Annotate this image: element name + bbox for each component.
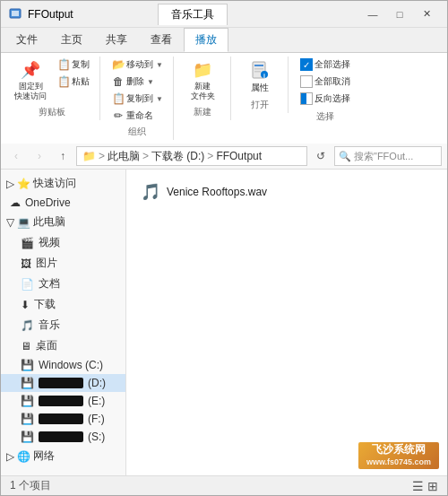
sidebar-item-drive-c[interactable]: 💾 Windows (C:)	[1, 356, 125, 374]
tab-home[interactable]: 主页	[49, 28, 94, 52]
network-icon: 🌐	[17, 450, 30, 463]
path-folder: FFOutput	[216, 150, 262, 162]
rename-label: 重命名	[126, 109, 153, 122]
rename-button[interactable]: ✏ 重命名	[108, 108, 168, 124]
properties-button[interactable]: i 属性	[244, 57, 276, 97]
delete-button[interactable]: 🗑 删除 ▼	[108, 74, 168, 90]
drive-s-label-blacked	[39, 431, 83, 442]
sidebar-item-drive-e[interactable]: 💾 (E:)	[1, 392, 125, 410]
sidebar: ▷ ⭐ 快速访问 ☁ OneDrive ▽ 💻 此电脑 🎬 视频 🖼 图片	[1, 170, 126, 475]
file-item-wav[interactable]: 🎵 Venice Rooftops.wav	[134, 177, 313, 207]
chevron-right-network-icon: ▷	[6, 450, 14, 463]
address-bar: ‹ › ↑ 📁 > 此电脑 > 下载卷 (D:) > FFOutput ↺ 🔍 …	[1, 144, 447, 170]
sidebar-item-network[interactable]: ▷ 🌐 网络	[1, 446, 125, 466]
title-bar: FFOutput 音乐工具 — □ ✕	[1, 1, 447, 28]
onedrive-icon: ☁	[10, 196, 21, 209]
downloads-icon: ⬇	[21, 299, 30, 311]
svg-rect-3	[254, 65, 263, 66]
quick-access-label: 快速访问	[33, 176, 76, 191]
tab-play[interactable]: 播放	[184, 28, 228, 52]
copy-to-label: 复制到	[126, 92, 153, 105]
sidebar-item-onedrive[interactable]: ☁ OneDrive	[1, 194, 125, 212]
drive-e-label-blacked	[39, 396, 83, 406]
window-icon	[8, 7, 22, 22]
sidebar-item-music[interactable]: 🎵 音乐	[1, 315, 125, 335]
new-folder-button[interactable]: 📁 新建文件夹	[186, 57, 220, 104]
tab-file[interactable]: 文件	[4, 28, 49, 52]
drive-e-label-suffix: (E:)	[88, 395, 105, 407]
organize-buttons: 📂 移动到 ▼ 🗑 删除 ▼ 📋 复制到 ▼	[108, 57, 168, 124]
select-all-button[interactable]: ✓ 全部选择	[296, 57, 355, 73]
rename-icon: ✏	[112, 109, 125, 122]
watermark-url: www.fs0745.com	[366, 457, 431, 468]
sidebar-item-drive-d[interactable]: 💾 (D:)	[1, 374, 125, 392]
main-area: ▷ ⭐ 快速访问 ☁ OneDrive ▽ 💻 此电脑 🎬 视频 🖼 图片	[1, 170, 447, 475]
svg-rect-5	[254, 71, 261, 73]
ribbon-group-clipboard: 📌 固定到快速访问 📋 复制 📋 粘贴 剪贴板	[6, 57, 100, 120]
desktop-label: 桌面	[36, 338, 57, 353]
path-computer: 此电脑	[108, 149, 140, 164]
sidebar-item-desktop[interactable]: 🖥 桌面	[1, 335, 125, 356]
ribbon-tabs: 文件 主页 共享 查看 播放	[1, 28, 447, 53]
new-folder-icon: 📁	[192, 59, 213, 81]
sidebar-item-drive-s[interactable]: 💾 (S:)	[1, 428, 125, 446]
move-to-button[interactable]: 📂 移动到 ▼	[108, 57, 168, 73]
sidebar-item-quick-access[interactable]: ▷ ⭐ 快速访问	[1, 173, 125, 194]
drive-f-icon: 💾	[21, 413, 34, 425]
watermark: 飞沙系统网 www.fs0745.com	[358, 442, 439, 469]
pin-button[interactable]: 📌 固定到快速访问	[10, 57, 51, 104]
chevron-down-icon: ▽	[6, 216, 14, 229]
music-icon: 🎵	[21, 319, 34, 332]
copy-button[interactable]: 📋 复制	[53, 57, 94, 73]
active-tab-label[interactable]: 音乐工具	[158, 4, 228, 25]
refresh-button[interactable]: ↺	[311, 146, 331, 166]
address-path[interactable]: 📁 > 此电脑 > 下载卷 (D:) > FFOutput	[76, 146, 307, 166]
status-bar: 1 个项目 ☰ ⊞	[1, 475, 447, 495]
sidebar-item-downloads[interactable]: ⬇ 下载	[1, 294, 125, 315]
drive-s-label-suffix: (S:)	[88, 431, 105, 443]
copy-to-button[interactable]: 📋 复制到 ▼	[108, 91, 168, 107]
delete-label: 删除	[126, 75, 144, 88]
sidebar-item-this-pc[interactable]: ▽ 💻 此电脑	[1, 212, 125, 232]
quick-access-icon: ⭐	[17, 178, 30, 190]
back-button[interactable]: ‹	[6, 146, 26, 166]
search-box[interactable]: 🔍 搜索"FFOut...	[334, 146, 442, 166]
invert-selection-button[interactable]: 反向选择	[296, 91, 355, 107]
chevron-right-icon: ▷	[6, 178, 14, 190]
sidebar-item-pictures[interactable]: 🖼 图片	[1, 253, 125, 274]
sep2: >	[142, 150, 149, 162]
ribbon-group-organize: 📂 移动到 ▼ 🗑 删除 ▼ 📋 复制到 ▼	[104, 57, 174, 140]
move-label: 移动到	[126, 58, 153, 71]
sidebar-item-videos[interactable]: 🎬 视频	[1, 232, 125, 253]
sidebar-item-drive-f[interactable]: 💾 (F:)	[1, 410, 125, 428]
drive-s-icon: 💾	[21, 431, 34, 443]
videos-icon: 🎬	[21, 237, 34, 249]
close-button[interactable]: ✕	[413, 5, 440, 23]
paste-button[interactable]: 📋 粘贴	[53, 74, 94, 90]
documents-label: 文档	[39, 276, 60, 292]
forward-button[interactable]: ›	[30, 146, 49, 166]
view-list-icon[interactable]: ☰	[412, 479, 424, 493]
drive-d-label-blacked	[39, 378, 83, 388]
copy-icon: 📋	[57, 58, 70, 71]
minimize-button[interactable]: —	[359, 5, 386, 23]
path-drive: 下载卷 (D:)	[151, 149, 204, 164]
up-button[interactable]: ↑	[53, 146, 73, 166]
tab-share[interactable]: 共享	[94, 28, 139, 52]
maximize-button[interactable]: □	[386, 5, 413, 23]
tab-view[interactable]: 查看	[139, 28, 184, 52]
svg-text:i: i	[263, 73, 265, 79]
deselect-label: 全部取消	[314, 75, 350, 88]
svg-rect-1	[12, 11, 19, 16]
move-icon: 📂	[112, 58, 125, 71]
drive-c-icon: 💾	[21, 359, 34, 371]
view-grid-icon[interactable]: ⊞	[427, 479, 438, 493]
ribbon-group-select: ✓ 全部选择 全部取消 反向选择 选择	[292, 57, 360, 125]
deselect-all-button[interactable]: 全部取消	[296, 74, 355, 90]
ribbon-content: 📌 固定到快速访问 📋 复制 📋 粘贴 剪贴板	[1, 53, 447, 144]
copy-to-dropdown-icon: ▼	[156, 95, 163, 103]
properties-label: 属性	[251, 82, 269, 94]
path-this-pc: 📁	[82, 150, 96, 162]
deselect-icon	[300, 75, 313, 88]
sidebar-item-documents[interactable]: 📄 文档	[1, 274, 125, 294]
